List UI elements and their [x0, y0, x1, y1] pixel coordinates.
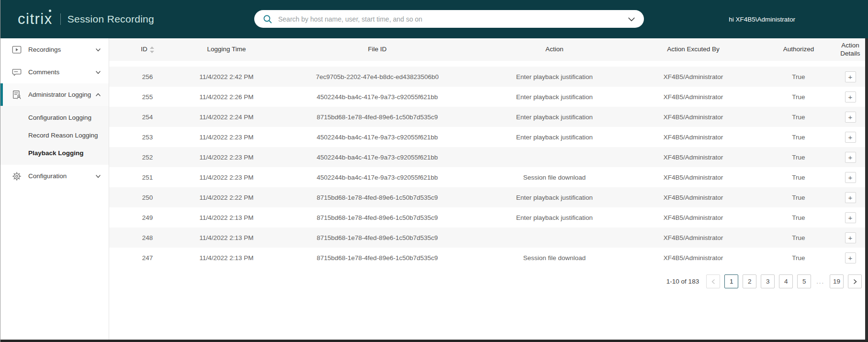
content-area: Recordings Comments	[0, 38, 868, 340]
cell-file-id: 4502244b-ba4c-417e-9a73-c92055f621bb	[267, 174, 487, 181]
page-button-3[interactable]: 3	[761, 274, 775, 288]
cell-id: 250	[109, 194, 186, 201]
cell-action: Enter playback justification	[487, 214, 621, 221]
admin-logging-document-icon	[11, 89, 23, 101]
column-header-logging-time: Logging Time	[186, 46, 267, 54]
column-header-id[interactable]: ID	[109, 46, 186, 54]
cell-action: Session file download	[487, 254, 621, 262]
cell-id: 253	[109, 134, 186, 141]
cell-action-executed-by: XF4B5/Administrator	[621, 194, 765, 201]
cell-id: 255	[109, 93, 186, 101]
cell-logging-time: 11/4/2022 2:13 PM	[186, 254, 267, 262]
sidebar-subitem-playback-logging[interactable]: Playback Logging	[0, 144, 109, 162]
plus-icon: +	[848, 114, 853, 121]
plus-icon: +	[848, 73, 853, 80]
cell-file-id: 8715bd68-1e78-4fed-89e6-1c50b7d535c9	[267, 234, 487, 241]
user-greeting[interactable]: hi XF4B5\Administrator	[729, 0, 795, 38]
search-input[interactable]	[278, 15, 627, 23]
citrix-logo: citrix	[18, 11, 53, 28]
expand-action-details-button[interactable]: +	[845, 172, 856, 183]
sidebar-item-configuration[interactable]: Configuration	[0, 165, 109, 187]
search-bar[interactable]	[254, 10, 644, 28]
cell-authorized: True	[765, 114, 832, 121]
cell-authorized: True	[765, 93, 832, 101]
cell-file-id: 4502244b-ba4c-417e-9a73-c92055f621bb	[267, 134, 487, 141]
cell-authorized: True	[765, 174, 832, 181]
cell-file-id: 8715bd68-1e78-4fed-89e6-1c50b7d535c9	[267, 214, 487, 221]
column-header-file-id: File ID	[267, 46, 487, 54]
table-row: 256 11/4/2022 2:42 PM 7ec9705b-2202-47e4…	[109, 67, 868, 87]
sidebar-subitem-record-reason-logging[interactable]: Record Reason Logging	[0, 126, 109, 144]
chevron-down-icon	[95, 69, 101, 75]
cell-file-id: 8715bd68-1e78-4fed-89e6-1c50b7d535c9	[267, 114, 487, 121]
chevron-down-icon	[95, 173, 101, 179]
expand-action-details-button[interactable]: +	[845, 71, 856, 82]
cell-id: 252	[109, 154, 186, 161]
cell-authorized: True	[765, 154, 832, 161]
cell-logging-time: 11/4/2022 2:23 PM	[186, 174, 267, 181]
expand-action-details-button[interactable]: +	[845, 152, 856, 163]
chevron-right-icon	[852, 279, 858, 285]
cell-authorized: True	[765, 194, 832, 201]
sidebar-item-label: Recordings	[28, 46, 95, 53]
cell-logging-time: 11/4/2022 2:26 PM	[186, 93, 267, 101]
cell-logging-time: 11/4/2022 2:13 PM	[186, 234, 267, 241]
cell-file-id: 8715bd68-1e78-4fed-89e6-1c50b7d535c9	[267, 194, 487, 201]
next-page-button[interactable]	[848, 274, 862, 288]
sidebar-item-recordings[interactable]: Recordings	[0, 38, 109, 61]
sidebar-item-administrator-logging[interactable]: Administrator Logging	[0, 83, 109, 106]
expand-action-details-button[interactable]: +	[845, 252, 856, 263]
table-header-row: ID Logging Time File ID Action Action Ex…	[109, 38, 868, 61]
page-button-2[interactable]: 2	[743, 274, 756, 288]
plus-icon: +	[848, 154, 853, 161]
sidebar-subitem-configuration-logging[interactable]: Configuration Logging	[0, 109, 109, 126]
page-button-5[interactable]: 5	[797, 274, 811, 288]
cell-action: Enter playback justification	[487, 134, 621, 141]
previous-page-button[interactable]	[706, 274, 720, 288]
table-row: 255 11/4/2022 2:26 PM 4502244b-ba4c-417e…	[109, 87, 868, 107]
recordings-play-icon	[11, 44, 23, 56]
cell-id: 248	[109, 234, 186, 241]
cell-id: 247	[109, 254, 186, 262]
table-row: 248 11/4/2022 2:13 PM 8715bd68-1e78-4fed…	[109, 228, 868, 248]
citrix-logo-text: citrix	[18, 11, 53, 27]
page-button-1[interactable]: 1	[724, 274, 738, 288]
cell-authorized: True	[765, 254, 832, 262]
cell-id: 249	[109, 214, 186, 221]
cell-id: 254	[109, 114, 186, 121]
cell-action: Enter playback justification	[487, 194, 621, 201]
cell-action: Enter playback justification	[487, 73, 621, 80]
cell-action-executed-by: XF4B5/Administrator	[621, 234, 765, 241]
cell-file-id: 8715bd68-1e78-4fed-89e6-1c50b7d535c9	[267, 254, 487, 262]
table-row: 250 11/4/2022 2:22 PM 8715bd68-1e78-4fed…	[109, 187, 868, 207]
chevron-down-icon	[95, 47, 101, 53]
brand-logo-group: citrix Session Recording	[0, 11, 154, 28]
expand-action-details-button[interactable]: +	[845, 212, 856, 223]
table-row: 253 11/4/2022 2:23 PM 4502244b-ba4c-417e…	[109, 127, 868, 147]
expand-action-details-button[interactable]: +	[845, 232, 856, 243]
cell-logging-time: 11/4/2022 2:24 PM	[186, 114, 267, 121]
table-row: 251 11/4/2022 2:23 PM 4502244b-ba4c-417e…	[109, 167, 868, 187]
gear-icon	[11, 171, 23, 182]
expand-action-details-button[interactable]: +	[845, 132, 856, 143]
window-scrollbar-strip[interactable]	[865, 38, 868, 342]
page-button-4[interactable]: 4	[779, 274, 793, 288]
cell-action: Enter playback justification	[487, 93, 621, 101]
search-options-chevron-down-icon[interactable]	[627, 14, 636, 24]
sort-icon[interactable]	[150, 46, 154, 53]
plus-icon: +	[848, 234, 853, 241]
pagination-ellipsis: ...	[815, 278, 825, 285]
expand-action-details-button[interactable]: +	[845, 91, 856, 103]
page-button-19[interactable]: 19	[830, 274, 844, 288]
chevron-up-icon	[95, 92, 101, 98]
cell-logging-time: 11/4/2022 2:42 PM	[186, 73, 267, 80]
expand-action-details-button[interactable]: +	[845, 192, 856, 203]
table-row: 249 11/4/2022 2:13 PM 8715bd68-1e78-4fed…	[109, 207, 868, 228]
cell-file-id: 7ec9705b-2202-47e4-b8dc-ed43823506b0	[267, 73, 487, 80]
expand-action-details-button[interactable]: +	[845, 112, 856, 123]
cell-action-executed-by: XF4B5/Administrator	[621, 114, 765, 121]
logo-divider	[60, 13, 61, 25]
table-row: 254 11/4/2022 2:24 PM 8715bd68-1e78-4fed…	[109, 107, 868, 127]
sidebar-item-comments[interactable]: Comments	[0, 61, 109, 83]
cell-file-id: 4502244b-ba4c-417e-9a73-c92055f621bb	[267, 93, 487, 101]
